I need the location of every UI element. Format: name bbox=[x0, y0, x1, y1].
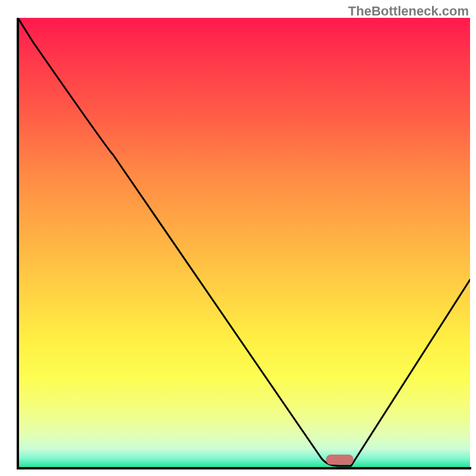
chart-container: TheBottleneck.com bbox=[0, 0, 476, 476]
optimal-marker bbox=[326, 455, 353, 465]
watermark-text: TheBottleneck.com bbox=[348, 4, 469, 19]
bottleneck-curve bbox=[18, 18, 470, 467]
x-axis bbox=[17, 467, 471, 469]
curve-path bbox=[18, 18, 470, 466]
